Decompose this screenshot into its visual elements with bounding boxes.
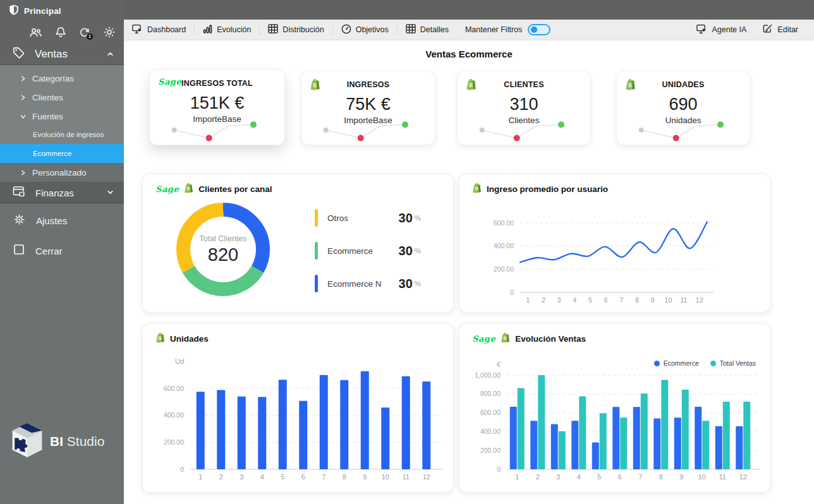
svg-text:S: S <box>186 186 190 191</box>
sidebar-item-clientes[interactable]: Clientes <box>0 90 124 104</box>
legend-item-otros: Otros 30 % <box>315 207 421 229</box>
panel-clientes-por-canal: Sage S Clientes por canal Total Clientes… <box>142 174 454 313</box>
sidebar-item-personalizado[interactable]: Personalizado <box>0 163 124 183</box>
svg-text:2: 2 <box>542 296 545 304</box>
grid-icon <box>268 24 278 35</box>
users-icon[interactable] <box>29 27 42 38</box>
shield-icon <box>9 4 19 17</box>
brand-label: Principal <box>24 6 61 16</box>
svg-text:3: 3 <box>240 473 243 481</box>
svg-text:12: 12 <box>423 473 430 481</box>
svg-text:1: 1 <box>198 473 202 481</box>
svg-text:2: 2 <box>536 473 540 481</box>
svg-text:9: 9 <box>651 296 655 304</box>
sidebar-item-cerrar[interactable]: Cerrar <box>0 241 124 260</box>
kpi-sparkline <box>465 119 585 141</box>
app-root: Principal 1 <box>0 0 814 504</box>
svg-text:7: 7 <box>619 296 623 304</box>
svg-text:11: 11 <box>403 473 410 481</box>
wallet-icon <box>13 186 25 200</box>
toolbar: Dashboard Evolución Distribución Objetiv… <box>124 20 814 40</box>
sidebar-item-evolucion-de-ingresos[interactable]: Evolución de ingresos <box>0 128 124 141</box>
svg-text:€: € <box>497 361 501 368</box>
kpi-card-clientes[interactable]: S CLIENTES 310 Clientes <box>457 71 591 145</box>
tab-objetivos[interactable]: Objetivos <box>333 20 397 40</box>
panel-evolucion-ventas: Sage S Evolución Ventas EcommerceTotal V… <box>459 323 770 493</box>
sidebar-item-ajustes[interactable]: Ajustes <box>0 211 124 230</box>
svg-text:400.00: 400.00 <box>494 242 514 249</box>
tag-icon <box>13 47 25 61</box>
svg-text:0: 0 <box>180 465 184 473</box>
gauge-icon <box>341 24 351 36</box>
main-content: Ventas Ecommerce Sage INGRESOS TOTAL 151… <box>124 40 814 504</box>
tab-evolucion[interactable]: Evolución <box>195 20 259 40</box>
brightness-icon[interactable] <box>104 27 115 38</box>
edit-pencil-icon <box>763 24 773 35</box>
svg-text:8: 8 <box>635 296 639 304</box>
sage-logo: Sage <box>155 184 179 194</box>
panel-ingreso-promedio: S Ingreso promedio por usuario 0200.0040… <box>459 174 770 313</box>
svg-text:11: 11 <box>680 296 687 304</box>
svg-text:200.00: 200.00 <box>494 265 514 273</box>
svg-text:5: 5 <box>597 473 601 481</box>
editar-button[interactable]: Editar <box>755 24 806 35</box>
legend-color-bar <box>315 209 318 227</box>
svg-text:800.00: 800.00 <box>480 390 501 397</box>
svg-text:8: 8 <box>343 473 346 481</box>
tab-distribucion[interactable]: Distribución <box>260 20 332 40</box>
grid-icon <box>406 24 416 35</box>
kpi-card-ingresos-total[interactable]: Sage INGRESOS TOTAL 151K € ImporteBase <box>149 69 285 145</box>
sidebar-ventas-label: Ventas <box>35 48 107 61</box>
monitor-cursor-icon <box>132 24 143 36</box>
svg-text:600.00: 600.00 <box>494 219 514 227</box>
sidebar-finanzas-label: Finanzas <box>35 188 107 198</box>
svg-text:400.00: 400.00 <box>480 428 501 435</box>
tab-detalles[interactable]: Detalles <box>398 20 457 40</box>
toolbar-right: Agente IA Editar <box>688 24 814 36</box>
legend-item-ecommerce-n: Ecommerce N 30 % <box>315 273 421 294</box>
toggle-knob <box>531 27 537 33</box>
donut-chart[interactable]: Total Clientes 820 <box>176 202 270 297</box>
svg-text:0: 0 <box>510 289 514 296</box>
cube-icon <box>10 422 44 461</box>
sidebar-section-ventas[interactable]: Ventas <box>0 44 124 65</box>
svg-text:6: 6 <box>618 473 622 481</box>
panel-unidades: S Unidades 0200.00400.00600.00Ud12345678… <box>142 323 454 493</box>
svg-text:6: 6 <box>604 296 608 304</box>
panel-title: Clientes por canal <box>198 184 272 194</box>
bell-icon[interactable] <box>56 27 66 38</box>
svg-text:3: 3 <box>557 296 561 304</box>
svg-text:200.00: 200.00 <box>164 438 184 446</box>
svg-text:1,000.00: 1,000.00 <box>475 371 501 379</box>
gear-icon <box>13 213 25 228</box>
sidebar-item-fuentes[interactable]: Fuentes <box>0 109 124 123</box>
sidebar-cerrar-label: Cerrar <box>35 246 63 256</box>
sidebar: Principal 1 <box>0 0 124 504</box>
svg-text:600.00: 600.00 <box>480 409 501 416</box>
kpi-card-ingresos[interactable]: S INGRESOS 75K € ImporteBase <box>301 71 435 145</box>
svg-text:6: 6 <box>301 473 305 481</box>
svg-text:600.00: 600.00 <box>164 385 184 392</box>
line-chart[interactable]: 0200.00400.00600.00123456789101112 <box>459 174 771 313</box>
chevron-up-icon <box>107 49 114 60</box>
tab-dashboard[interactable]: Dashboard <box>124 20 194 40</box>
refresh-icon[interactable]: 1 <box>79 27 90 38</box>
kpi-sparkline <box>157 119 277 141</box>
sidebar-ajustes-label: Ajustes <box>36 215 67 226</box>
sidebar-item-ecommerce-selected[interactable]: Ecommerce <box>0 144 124 163</box>
donut-center-label: Total Clientes <box>199 234 246 243</box>
shopify-icon: S <box>184 183 193 196</box>
legend-color-bar <box>315 242 318 260</box>
agente-ia-button[interactable]: Agente IA <box>688 24 755 36</box>
kpi-card-unidades[interactable]: S UNIDADES 690 Unidades <box>616 71 750 145</box>
monitor-cursor-icon <box>696 24 707 36</box>
bar-chart[interactable]: 0200.00400.00600.00Ud123456789101112 <box>143 324 454 493</box>
svg-text:4: 4 <box>260 473 264 481</box>
mantener-filtros-toggle[interactable] <box>528 24 550 35</box>
grouped-bar-chart[interactable]: 0200.00400.00600.00800.001,000.00€123456… <box>459 324 771 493</box>
sidebar-item-categorias[interactable]: Categorías <box>0 71 124 85</box>
svg-text:1: 1 <box>526 296 530 304</box>
logo-studio: Studio <box>67 434 105 448</box>
svg-text:3: 3 <box>556 473 560 481</box>
sidebar-section-finanzas[interactable]: Finanzas <box>0 183 124 203</box>
